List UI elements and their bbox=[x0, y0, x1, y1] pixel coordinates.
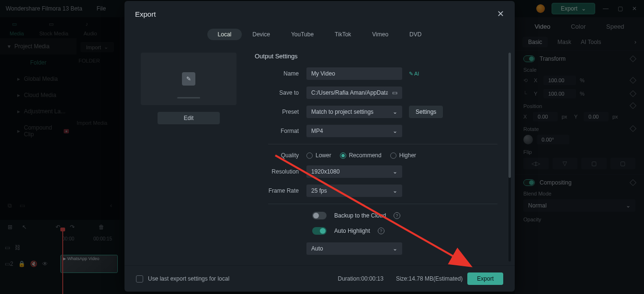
quality-label: Quality bbox=[255, 152, 306, 159]
duration-text: Duration:00:00:13 bbox=[338, 275, 384, 282]
preview-progress bbox=[177, 97, 200, 98]
quality-higher-radio[interactable]: Higher bbox=[390, 152, 416, 159]
chevron-down-icon: ⌄ bbox=[393, 168, 397, 175]
export-confirm-button[interactable]: Export bbox=[467, 272, 503, 285]
tab-youtube[interactable]: YouTube bbox=[281, 29, 324, 40]
preset-label: Preset bbox=[255, 109, 306, 115]
chevron-down-icon: ⌄ bbox=[393, 245, 397, 252]
divider bbox=[268, 144, 497, 144]
save-to-input[interactable]: C:/Users/Rafia Aman/AppData▭ bbox=[306, 87, 402, 99]
backup-toggle[interactable] bbox=[312, 212, 327, 219]
magic-pen-icon: ✎ bbox=[409, 71, 413, 77]
auto-highlight-toggle[interactable] bbox=[312, 227, 327, 235]
divider bbox=[268, 204, 497, 204]
name-input[interactable]: My Video bbox=[306, 67, 402, 80]
framerate-label: Frame Rate bbox=[255, 187, 306, 194]
use-last-checkbox[interactable] bbox=[136, 275, 143, 283]
ai-name-button[interactable]: ✎AI bbox=[409, 71, 419, 77]
format-label: Format bbox=[255, 128, 306, 134]
resolution-select[interactable]: 1920x1080⌄ bbox=[306, 165, 402, 178]
save-to-label: Save to bbox=[255, 89, 306, 96]
folder-icon[interactable]: ▭ bbox=[392, 89, 397, 96]
output-settings-header: Output Settings bbox=[255, 53, 497, 60]
chevron-down-icon: ⌄ bbox=[393, 128, 397, 134]
auto-highlight-label: Auto Highlight bbox=[334, 228, 370, 234]
tab-vimeo[interactable]: Vimeo bbox=[362, 29, 399, 40]
framerate-select[interactable]: 25 fps⌄ bbox=[306, 185, 402, 197]
format-select[interactable]: MP4⌄ bbox=[306, 125, 402, 137]
info-icon[interactable]: ? bbox=[394, 212, 400, 219]
tab-tiktok[interactable]: TikTok bbox=[324, 29, 362, 40]
quality-recommend-radio[interactable]: Recommend bbox=[340, 152, 382, 159]
chevron-down-icon: ⌄ bbox=[393, 109, 397, 115]
edit-button[interactable]: Edit bbox=[158, 112, 220, 124]
scrollbar[interactable] bbox=[508, 53, 511, 261]
info-icon[interactable]: ? bbox=[378, 228, 384, 234]
export-tabs: Local Device YouTube TikTok Vimeo DVD bbox=[124, 23, 515, 49]
resolution-label: Resolution bbox=[255, 168, 306, 175]
chevron-down-icon: ⌄ bbox=[393, 187, 397, 194]
export-dialog: Export ✕ Local Device YouTube TikTok Vim… bbox=[124, 1, 515, 292]
name-label: Name bbox=[255, 70, 306, 77]
tab-local[interactable]: Local bbox=[207, 29, 242, 40]
settings-button[interactable]: Settings bbox=[409, 106, 443, 118]
preview-thumbnail: ✎ bbox=[141, 53, 237, 105]
auto-highlight-select[interactable]: Auto⌄ bbox=[306, 242, 402, 255]
backup-label: Backup to the Cloud bbox=[334, 212, 386, 219]
use-last-label: Use last export settings for local bbox=[148, 275, 229, 282]
size-text: Size:14.78 MB(Estimated) bbox=[396, 275, 463, 282]
close-button[interactable]: ✕ bbox=[497, 9, 504, 19]
quality-lower-radio[interactable]: Lower bbox=[306, 152, 331, 159]
dialog-title: Export bbox=[135, 10, 156, 18]
pencil-icon: ✎ bbox=[182, 72, 195, 86]
tab-device[interactable]: Device bbox=[242, 29, 281, 40]
preset-select[interactable]: Match to project settings⌄ bbox=[306, 106, 402, 118]
tab-dvd[interactable]: DVD bbox=[399, 29, 432, 40]
